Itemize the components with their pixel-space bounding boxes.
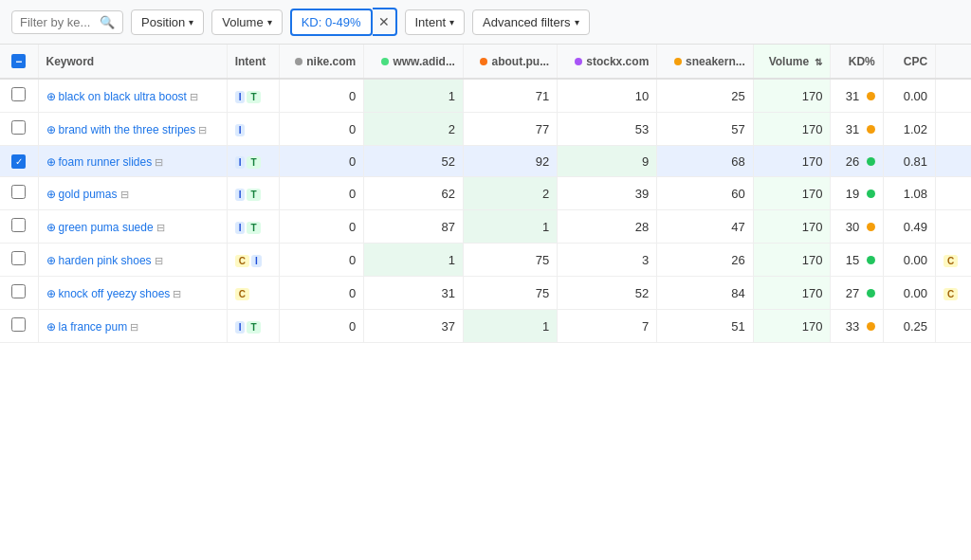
nike-cell: 0 xyxy=(279,277,364,310)
kd-dot xyxy=(867,92,875,100)
kd-label: KD: 0-49% xyxy=(302,15,361,29)
nike-cell: 0 xyxy=(279,146,364,177)
sneaker-cell: 57 xyxy=(657,113,753,146)
table-row: ⊕la france pum⊟IT037175117033 0.25 xyxy=(0,310,971,343)
keyword-link[interactable]: green puma suede xyxy=(59,221,154,234)
volume-cell: 170 xyxy=(753,210,831,244)
row-checkbox[interactable] xyxy=(11,284,26,298)
table-row: ⊕brand with the three stripes⊟I027753571… xyxy=(0,113,971,146)
header-stockx[interactable]: stockx.com xyxy=(558,45,657,79)
kd-dot xyxy=(867,223,875,231)
extra-cell xyxy=(936,210,971,244)
sneaker-cell: 84 xyxy=(657,277,753,310)
row-checkbox-cell[interactable]: ✓ xyxy=(0,146,38,177)
expand-icon[interactable]: ⊕ xyxy=(46,287,56,300)
export-icon[interactable]: ⊟ xyxy=(190,91,198,102)
export-icon[interactable]: ⊟ xyxy=(173,288,181,299)
header-nike[interactable]: nike.com xyxy=(279,45,364,79)
kd-dot xyxy=(867,157,875,166)
intent-cell: IT xyxy=(227,310,279,343)
row-checkbox[interactable] xyxy=(11,218,26,232)
kd-filter-button[interactable]: KD: 0-49% xyxy=(290,9,373,36)
row-checkbox[interactable]: ✓ xyxy=(11,154,26,169)
keyword-link[interactable]: brand with the three stripes xyxy=(59,123,196,136)
volume-filter-button[interactable]: Volume ▾ xyxy=(211,9,282,35)
expand-icon[interactable]: ⊕ xyxy=(46,155,56,169)
row-checkbox-cell[interactable] xyxy=(0,79,38,113)
expand-icon[interactable]: ⊕ xyxy=(46,90,56,103)
row-checkbox[interactable] xyxy=(11,87,26,101)
expand-icon[interactable]: ⊕ xyxy=(46,254,56,267)
header-sneaker[interactable]: sneakern... xyxy=(657,45,753,79)
row-checkbox-cell[interactable] xyxy=(0,177,38,210)
keyword-table: − Keyword Intent nike.com www.adid... ab… xyxy=(0,45,971,343)
intent-cell: C xyxy=(227,277,279,310)
about-dot xyxy=(480,58,487,65)
row-checkbox[interactable] xyxy=(11,251,26,265)
extra-badge: C xyxy=(944,255,958,267)
keyword-link[interactable]: la france pum xyxy=(59,320,128,334)
intent-badge-I: I xyxy=(251,255,262,267)
stockx-cell: 9 xyxy=(558,146,657,177)
export-icon[interactable]: ⊟ xyxy=(130,321,138,333)
row-checkbox-cell[interactable] xyxy=(0,210,38,244)
export-icon[interactable]: ⊟ xyxy=(155,156,163,168)
intent-badge-T: T xyxy=(247,222,260,234)
expand-icon[interactable]: ⊕ xyxy=(46,320,56,334)
kd-clear-button[interactable]: ✕ xyxy=(373,8,397,36)
expand-icon[interactable]: ⊕ xyxy=(46,123,56,136)
keyword-link[interactable]: knock off yeezy shoes xyxy=(59,287,171,300)
header-keyword[interactable]: Keyword xyxy=(38,45,227,79)
adidas-cell: 1 xyxy=(364,244,464,277)
about-cell: 1 xyxy=(463,210,557,244)
keyword-link[interactable]: harden pink shoes xyxy=(59,254,152,267)
sneaker-cell: 26 xyxy=(657,244,753,277)
intent-badge-T: T xyxy=(247,91,260,103)
row-checkbox-cell[interactable] xyxy=(0,244,38,277)
cpc-cell: 0.00 xyxy=(883,277,935,310)
export-icon[interactable]: ⊟ xyxy=(198,124,207,135)
expand-icon[interactable]: ⊕ xyxy=(46,221,56,234)
header-adidas[interactable]: www.adid... xyxy=(364,45,464,79)
adidas-cell: 31 xyxy=(364,277,464,310)
export-icon[interactable]: ⊟ xyxy=(156,222,165,233)
keyword-link[interactable]: black on black ultra boost xyxy=(59,90,187,103)
row-checkbox-cell[interactable] xyxy=(0,277,38,310)
position-filter-button[interactable]: Position ▾ xyxy=(131,9,204,35)
header-about[interactable]: about.pu... xyxy=(463,45,557,79)
cpc-cell: 0.00 xyxy=(883,244,935,277)
filter-input[interactable] xyxy=(20,15,96,29)
advanced-filters-button[interactable]: Advanced filters ▾ xyxy=(472,9,590,35)
adidas-cell: 52 xyxy=(364,146,464,177)
cpc-cell: 0.00 xyxy=(883,79,935,113)
row-checkbox[interactable] xyxy=(11,317,26,332)
keyword-link[interactable]: gold pumas xyxy=(59,188,118,201)
position-chevron-icon: ▾ xyxy=(189,17,193,27)
intent-badge-I: I xyxy=(235,222,246,234)
header-cpc[interactable]: CPC xyxy=(883,45,935,79)
nike-dot xyxy=(295,58,302,65)
keyword-cell: ⊕black on black ultra boost⊟ xyxy=(38,79,227,113)
cpc-cell: 1.08 xyxy=(883,177,935,210)
header-extra xyxy=(936,45,971,79)
header-intent[interactable]: Intent xyxy=(227,45,279,79)
kd-cell: 27 xyxy=(831,277,883,310)
keyword-cell: ⊕knock off yeezy shoes⊟ xyxy=(38,277,227,310)
kd-cell: 31 xyxy=(831,79,883,113)
search-button[interactable]: 🔍 xyxy=(100,15,115,29)
keyword-link[interactable]: foam runner slides xyxy=(59,155,153,169)
intent-filter-button[interactable]: Intent ▾ xyxy=(405,9,466,35)
row-checkbox-cell[interactable] xyxy=(0,310,38,343)
header-checkbox-minus[interactable]: − xyxy=(11,54,26,68)
header-volume[interactable]: Volume ⇅ xyxy=(753,45,831,79)
row-checkbox-cell[interactable] xyxy=(0,113,38,146)
header-kd[interactable]: KD% xyxy=(831,45,883,79)
stockx-dot xyxy=(575,58,582,65)
export-icon[interactable]: ⊟ xyxy=(120,189,129,200)
row-checkbox[interactable] xyxy=(11,120,26,135)
row-checkbox[interactable] xyxy=(11,185,26,199)
volume-cell: 170 xyxy=(753,146,831,177)
expand-icon[interactable]: ⊕ xyxy=(46,188,56,201)
header-checkbox-col[interactable]: − xyxy=(0,45,38,79)
export-icon[interactable]: ⊟ xyxy=(155,255,163,266)
